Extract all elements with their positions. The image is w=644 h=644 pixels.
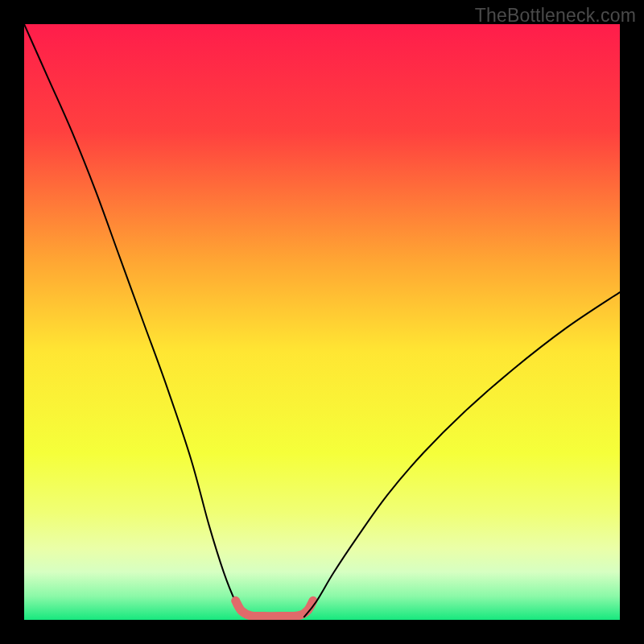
chart-plot-area: [24, 24, 620, 620]
watermark-text: TheBottleneck.com: [475, 5, 636, 27]
chart-svg: [24, 24, 620, 620]
chart-background: [24, 24, 620, 620]
chart-frame: TheBottleneck.com: [0, 0, 644, 644]
